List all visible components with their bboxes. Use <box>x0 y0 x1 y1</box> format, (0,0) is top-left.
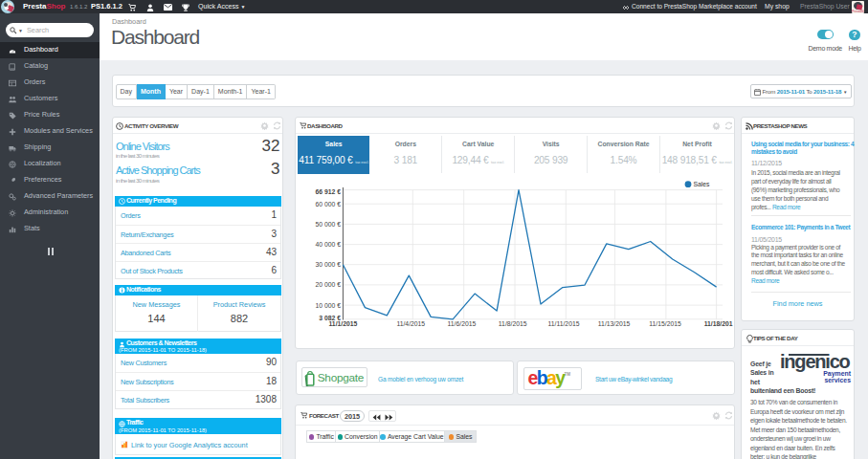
svg-text:20 000 €: 20 000 € <box>316 281 342 288</box>
svg-text:60 000 €: 60 000 € <box>316 201 342 208</box>
svg-text:11/1/2015: 11/1/2015 <box>328 320 357 327</box>
svg-text:11/4/2015: 11/4/2015 <box>396 320 425 327</box>
svg-text:11/11/2015: 11/11/2015 <box>547 320 579 327</box>
svg-text:10 000 €: 10 000 € <box>316 302 342 309</box>
svg-text:11/6/2015: 11/6/2015 <box>448 320 477 327</box>
svg-text:40 000 €: 40 000 € <box>316 241 342 248</box>
svg-text:30 000 €: 30 000 € <box>316 261 342 268</box>
svg-text:11/8/2015: 11/8/2015 <box>499 320 527 327</box>
svg-text:Sales: Sales <box>694 181 711 187</box>
svg-text:50 000 €: 50 000 € <box>316 221 342 228</box>
svg-text:11/13/2015: 11/13/2015 <box>598 320 631 327</box>
svg-text:66 912 €: 66 912 € <box>316 188 342 195</box>
svg-text:11/18/201: 11/18/201 <box>704 320 733 327</box>
svg-text:11/15/2015: 11/15/2015 <box>649 320 681 327</box>
